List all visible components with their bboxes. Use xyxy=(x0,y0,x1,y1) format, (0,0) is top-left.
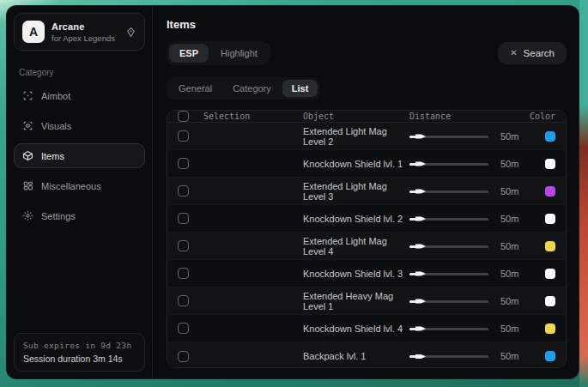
distance-slider[interactable] xyxy=(409,269,488,278)
slider-thumb-icon[interactable] xyxy=(415,189,426,195)
distance-value: 50m xyxy=(495,324,533,334)
distance-slider[interactable] xyxy=(409,352,488,360)
slider-thumb-icon[interactable] xyxy=(415,244,426,250)
row-checkbox[interactable] xyxy=(178,323,189,334)
row-checkbox[interactable] xyxy=(178,213,189,224)
app-window: A Arcane for Apex Legends Category Aimbo… xyxy=(6,5,579,379)
gear-icon xyxy=(22,210,33,221)
object-name: Knockdown Shield lvl. 4 xyxy=(303,324,409,334)
sidebar-item-label: Items xyxy=(41,151,64,161)
app-logo: A xyxy=(22,21,45,43)
table-row: Extended Light Mag Level 4 50m xyxy=(167,233,566,260)
row-checkbox[interactable] xyxy=(178,268,189,279)
table-row: Extended Heavy Mag Level 1 50m xyxy=(167,287,566,315)
mode-tabs: ESP Highlight xyxy=(167,41,270,65)
distance-value: 50m xyxy=(495,214,533,224)
toolbar: ESP Highlight ✕ Search xyxy=(167,41,567,65)
tab-esp[interactable]: ESP xyxy=(169,44,209,63)
slider-thumb-icon[interactable] xyxy=(415,299,426,305)
sidebar-item-miscellaneous[interactable]: Miscellaneous xyxy=(14,173,145,198)
game-background-right-strip xyxy=(579,0,588,387)
table-row: Knockdown Shield lvl. 1 50m xyxy=(167,150,566,178)
column-header-selection: Selection xyxy=(203,112,303,121)
view-tabs: General Category List xyxy=(167,77,320,100)
object-name: Extended Light Mag Level 2 xyxy=(303,126,409,147)
distance-slider[interactable] xyxy=(409,132,488,141)
row-checkbox[interactable] xyxy=(178,158,189,169)
sidebar-item-settings[interactable]: Settings xyxy=(14,203,145,228)
distance-value: 50m xyxy=(495,241,533,251)
object-name: Knockdown Shield lvl. 1 xyxy=(303,159,409,169)
category-section-label: Category xyxy=(19,68,140,77)
slider-thumb-icon[interactable] xyxy=(415,326,426,332)
brand-card: A Arcane for Apex Legends xyxy=(14,13,145,51)
color-swatch[interactable] xyxy=(545,214,555,224)
slider-thumb-icon[interactable] xyxy=(415,134,426,140)
table-header: Selection Object Distance Color xyxy=(167,111,566,123)
distance-value: 50m xyxy=(495,296,533,306)
object-name: Knockdown Shield lvl. 2 xyxy=(303,214,409,224)
table-row: Knockdown Shield lvl. 4 50m xyxy=(167,315,566,342)
sidebar: A Arcane for Apex Legends Category Aimbo… xyxy=(7,6,153,378)
distance-slider[interactable] xyxy=(409,297,488,305)
search-button-label: Search xyxy=(524,48,555,58)
tab-general[interactable]: General xyxy=(169,80,221,97)
distance-value: 50m xyxy=(495,186,533,197)
object-name: Extended Heavy Mag Level 1 xyxy=(303,291,409,311)
color-swatch[interactable] xyxy=(545,159,555,169)
page-title: Items xyxy=(167,18,567,31)
color-swatch[interactable] xyxy=(545,296,555,306)
scan-eye-icon xyxy=(22,120,33,131)
column-header-object: Object xyxy=(303,112,409,121)
table-row: Knockdown Shield lvl. 3 50m xyxy=(167,260,566,287)
distance-slider[interactable] xyxy=(409,187,488,196)
sidebar-item-label: Visuals xyxy=(41,121,71,131)
crosshair-icon xyxy=(22,90,33,101)
table-row: Knockdown Shield lvl. 2 50m xyxy=(167,205,566,233)
sidebar-item-aimbot[interactable]: Aimbot xyxy=(14,83,145,108)
distance-slider[interactable] xyxy=(409,160,488,168)
subscription-info-card: Sub expires in 9d 23h Session duration 3… xyxy=(14,333,145,372)
slider-thumb-icon[interactable] xyxy=(415,271,426,277)
distance-value: 50m xyxy=(495,351,533,361)
color-swatch[interactable] xyxy=(545,269,555,279)
row-checkbox[interactable] xyxy=(178,185,189,197)
sidebar-item-visuals[interactable]: Visuals xyxy=(14,113,145,138)
tab-highlight[interactable]: Highlight xyxy=(210,44,268,63)
table-row: Extended Light Mag Level 2 50m xyxy=(167,123,566,150)
object-name: Backpack lvl. 1 xyxy=(303,351,409,361)
color-swatch[interactable] xyxy=(545,241,555,251)
select-all-checkbox[interactable] xyxy=(178,111,189,122)
table-row: Extended Light Mag Level 3 50m xyxy=(167,178,566,205)
sidebar-item-items[interactable]: Items xyxy=(14,143,145,168)
row-checkbox[interactable] xyxy=(178,295,189,306)
row-checkbox[interactable] xyxy=(178,240,189,251)
layout-grid-icon xyxy=(22,180,33,191)
distance-slider[interactable] xyxy=(409,215,488,223)
distance-slider[interactable] xyxy=(409,242,488,251)
tab-category[interactable]: Category xyxy=(223,80,281,97)
color-swatch[interactable] xyxy=(545,324,555,334)
session-duration-text: Session duration 3m 14s xyxy=(23,354,136,364)
distance-slider[interactable] xyxy=(409,324,488,333)
row-checkbox[interactable] xyxy=(178,351,189,362)
slider-thumb-icon[interactable] xyxy=(415,216,426,222)
color-swatch[interactable] xyxy=(545,131,555,142)
distance-value: 50m xyxy=(495,269,533,279)
search-icon: ✕ xyxy=(510,49,517,57)
app-subtitle: for Apex Legends xyxy=(52,33,118,43)
tab-list[interactable]: List xyxy=(282,80,318,97)
sidebar-item-label: Settings xyxy=(41,211,76,221)
color-swatch[interactable] xyxy=(545,186,555,197)
items-table: Selection Object Distance Color Extended… xyxy=(167,110,567,368)
slider-thumb-icon[interactable] xyxy=(415,161,426,167)
diamond-badge-icon xyxy=(125,27,136,38)
table-row: Backpack lvl. 1 50m xyxy=(167,342,566,368)
brand-text: Arcane for Apex Legends xyxy=(52,21,118,43)
sidebar-item-label: Miscellaneous xyxy=(41,181,101,191)
object-name: Extended Light Mag Level 3 xyxy=(303,181,409,202)
search-button[interactable]: ✕ Search xyxy=(498,42,567,64)
color-swatch[interactable] xyxy=(545,351,555,361)
row-checkbox[interactable] xyxy=(178,130,189,142)
column-header-color: Color xyxy=(530,112,555,121)
